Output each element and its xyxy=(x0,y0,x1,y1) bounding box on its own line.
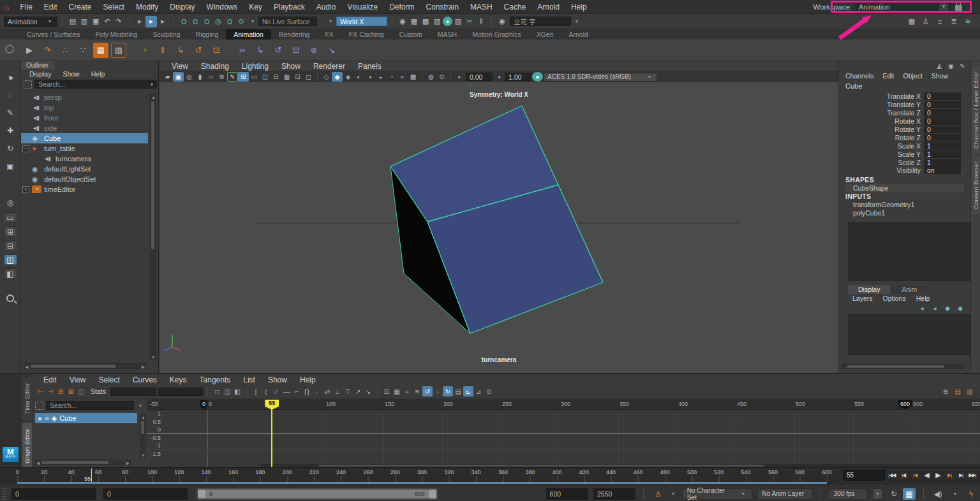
mute-icon[interactable]: ◉ xyxy=(38,416,42,421)
workspace-stack-icon[interactable]: ≋ xyxy=(962,16,974,27)
character-set-selector[interactable]: No Character Set ▼ xyxy=(682,488,752,500)
menu-item[interactable]: Shading xyxy=(195,62,235,71)
scale-constraint-icon[interactable]: ⊡ xyxy=(288,43,304,58)
normalized-view-icon[interactable]: ◧ xyxy=(232,386,242,396)
shelf-tab[interactable]: FX Caching xyxy=(341,29,392,40)
ambient-occlusion-icon[interactable]: ◔ xyxy=(386,72,397,82)
workspace-selector[interactable]: Animation ▼ xyxy=(856,2,951,12)
ghost-icon[interactable]: ∴ xyxy=(57,43,73,58)
chevron-down-icon[interactable]: ▼ xyxy=(873,488,882,500)
symmetry-axis-field[interactable]: World X xyxy=(336,17,387,26)
curve-ruler-icon[interactable]: ▤ xyxy=(453,386,463,396)
move-layer-up-icon[interactable]: ◂ xyxy=(930,304,939,312)
gate-mask-icon[interactable]: ⊟ xyxy=(271,72,281,82)
point-constraint-icon[interactable]: ↳ xyxy=(253,43,268,58)
menu-item[interactable]: Object xyxy=(899,72,926,80)
speed-state-icon[interactable]: ◉ xyxy=(946,61,956,71)
menu-item[interactable]: Edit xyxy=(879,72,898,80)
outliner-item[interactable]: persp xyxy=(21,92,148,103)
save-scene-icon[interactable]: ▣ xyxy=(90,16,101,27)
chevron-down-icon[interactable]: ▼ xyxy=(327,17,334,26)
hypershade-icon[interactable]: ● xyxy=(443,17,452,26)
expand-toggle-icon[interactable]: − xyxy=(22,145,29,152)
menu-item[interactable]: Playback xyxy=(268,3,311,11)
last-tool-slot[interactable]: ◎ xyxy=(4,196,17,209)
menu-item[interactable]: Help xyxy=(294,375,322,384)
lock-tangent-weight-icon[interactable]: ↘ xyxy=(363,386,373,396)
evaluation-runner-icon[interactable]: ϟ xyxy=(965,488,977,500)
menu-item[interactable]: Show xyxy=(58,70,84,78)
menu-item[interactable]: Lighting xyxy=(236,62,274,71)
channel-name[interactable]: Scale Z xyxy=(845,159,921,166)
graph-persp-layout[interactable]: ◧ xyxy=(4,268,17,279)
colorspace-selector[interactable]: ACES 1.0 SDR-video (sRGB) ▼ xyxy=(544,73,657,82)
pause-icon[interactable]: Ⅱ xyxy=(475,16,487,27)
menu-item[interactable]: Select xyxy=(93,375,125,384)
chevron-down-icon[interactable]: ▼ xyxy=(939,3,948,11)
anim-layer-selector[interactable]: No Anim Layer xyxy=(757,488,813,500)
menu-item[interactable]: Arnold xyxy=(531,3,565,11)
expand-toggle-icon[interactable] xyxy=(22,125,29,132)
lasso-select-tool[interactable]: ◌ xyxy=(4,88,17,101)
editor-vertical-tab[interactable]: Graph Editor xyxy=(22,423,32,470)
new-scene-icon[interactable]: ▤ xyxy=(67,16,78,27)
chevron-down-icon[interactable]: ▼ xyxy=(669,490,676,498)
single-pane-layout[interactable]: ▭ xyxy=(4,212,17,223)
orient-constraint-icon[interactable]: ↺ xyxy=(271,43,286,58)
select-by-name-icon[interactable] xyxy=(24,80,32,89)
stats-value-field[interactable] xyxy=(158,388,204,396)
drag-grip[interactable] xyxy=(3,488,6,500)
render-frame-icon[interactable]: ▦ xyxy=(408,16,420,27)
playback-end-field[interactable]: 600 xyxy=(546,488,588,500)
pre-infinity-cycle-icon[interactable]: ↺ xyxy=(422,386,433,396)
graph-playhead-line[interactable] xyxy=(271,409,272,467)
animation-end-field[interactable]: 2550 xyxy=(593,488,635,500)
linear-tangents-icon[interactable]: ∕ xyxy=(271,386,281,396)
outliner-item[interactable]: + timeEditor xyxy=(21,184,148,194)
range-end-handle[interactable] xyxy=(429,490,436,498)
exposure-field[interactable]: 0.00 xyxy=(466,73,493,81)
channel-name[interactable]: Scale X xyxy=(845,142,921,150)
color-managed-icon[interactable]: ● xyxy=(532,72,543,82)
grid-icon[interactable]: ⊞ xyxy=(238,72,249,82)
menu-item[interactable]: Keys xyxy=(164,375,193,384)
clamped-tangents-icon[interactable]: ( xyxy=(261,386,271,396)
expand-toggle-icon[interactable]: + xyxy=(22,186,29,193)
outliner-item[interactable]: side xyxy=(21,123,148,133)
pan-zoom-enable-icon[interactable]: ▣ xyxy=(173,72,184,82)
channel-name[interactable]: Scale Y xyxy=(845,150,921,158)
spline-tangents-icon[interactable]: ∫ xyxy=(251,386,261,396)
graph-track-item[interactable]: ◉ ⊞ ◈ Cube xyxy=(35,413,137,423)
swap-buffer-icon[interactable]: ⇄ xyxy=(322,386,332,396)
menu-item[interactable]: Channels xyxy=(842,72,877,80)
pole-vector-icon[interactable]: ↘ xyxy=(324,43,339,58)
parent-constraint-icon[interactable]: ∞ xyxy=(235,43,250,58)
menu-item[interactable]: Edit xyxy=(38,3,63,11)
fps-selector[interactable]: 300 fps xyxy=(829,488,868,500)
ipr-render-icon[interactable]: ▩ xyxy=(420,16,431,27)
channel-value-field[interactable]: 0 xyxy=(924,101,961,108)
workspace-lock-icon[interactable] xyxy=(955,5,962,11)
step-back-key-button[interactable]: |◀ xyxy=(910,470,920,481)
channel-value-field[interactable]: on xyxy=(924,166,961,174)
menu-item[interactable]: Deform xyxy=(383,3,420,11)
channel-value-field[interactable]: 1 xyxy=(924,159,961,166)
isolate-curve-icon[interactable]: ⊙ xyxy=(484,386,494,396)
outliner-item[interactable]: − turn_table xyxy=(21,143,148,154)
channel-name[interactable]: Translate Z xyxy=(845,109,921,117)
current-frame-field[interactable]: 55 xyxy=(843,470,885,481)
menu-item[interactable]: Tangents xyxy=(194,375,237,384)
shelf-tab[interactable]: Poly Modeling xyxy=(87,29,145,40)
menu-item[interactable]: Options xyxy=(879,294,910,302)
character-controls-icon[interactable]: ♙ xyxy=(920,16,932,27)
free-tangent-weight-icon[interactable]: ↗ xyxy=(353,386,363,396)
menu-item[interactable]: File xyxy=(14,3,38,11)
channel-value-field[interactable]: 0 xyxy=(924,117,961,125)
manip-slider-icon[interactable]: ◭ xyxy=(935,61,944,71)
textured-icon[interactable]: ◈ xyxy=(343,72,353,82)
normalized-curves-icon[interactable]: ▥ xyxy=(965,386,975,396)
set-key-scale-icon[interactable]: ⊡ xyxy=(209,43,224,58)
show-manipulator-icon[interactable]: ◉ xyxy=(397,16,408,27)
stacked-view-icon[interactable]: ◫ xyxy=(222,386,232,396)
absolute-view-icon[interactable]: □ xyxy=(212,386,222,396)
